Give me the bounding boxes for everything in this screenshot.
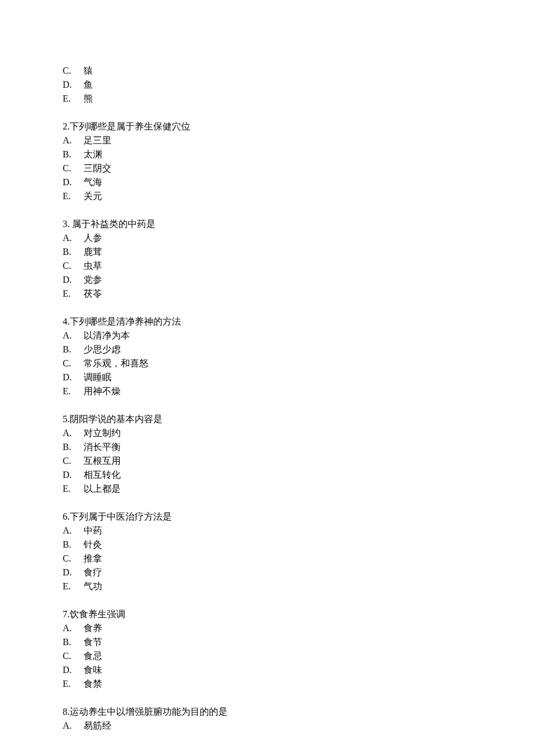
option-letter: D. (63, 78, 84, 92)
option-letter: A. (63, 231, 84, 245)
option-letter: A. (63, 329, 84, 343)
option-text: 消长平衡 (84, 440, 121, 454)
option-text: 食味 (84, 663, 102, 677)
option-row: D. 食味 (63, 663, 471, 677)
question-block: 2.下列哪些是属于养生保健穴位 A. 足三里 B. 太渊 C. 三阴交 D. 气… (63, 120, 471, 203)
question-block: 6.下列属于中医治疗方法是 A. 中药 B. 针灸 C. 推拿 D. 食疗 E.… (63, 510, 471, 593)
option-letter: E. (63, 92, 84, 106)
option-row: A. 对立制约 (63, 426, 471, 440)
option-letter: D. (63, 370, 84, 384)
question-text: 下列哪些是清净养神的方法 (70, 316, 181, 326)
option-letter: D. (63, 468, 84, 482)
option-letter: D. (63, 273, 84, 287)
option-row: D. 鱼 (63, 78, 471, 92)
question-block: 4.下列哪些是清净养神的方法 A. 以清净为本 B. 少思少虑 C. 常乐观，和… (63, 315, 471, 398)
option-letter: C. (63, 259, 84, 273)
option-letter: D. (63, 566, 84, 579)
option-row: C. 三阴交 (63, 161, 471, 175)
option-text: 用神不燥 (84, 384, 121, 398)
option-text: 互根互用 (84, 454, 121, 468)
option-row: D. 党参 (63, 273, 471, 287)
option-text: 针灸 (84, 538, 102, 552)
question-number: 2. (63, 121, 70, 131)
option-text: 茯苓 (84, 287, 102, 301)
question-text: 属于补益类的中药是 (70, 219, 156, 229)
question-number: 8. (63, 707, 70, 717)
option-row: D. 调睡眠 (63, 370, 471, 384)
question-number: 4. (63, 316, 70, 326)
option-text: 鹿茸 (84, 245, 102, 259)
option-row: E. 用神不燥 (63, 384, 471, 398)
question-block: 8.运动养生中以增强脏腑功能为目的的是 A. 易筋经 (63, 705, 471, 733)
option-text: 以清净为本 (84, 329, 130, 343)
option-row: C. 食忌 (63, 649, 471, 663)
option-text: 猿 (84, 64, 93, 78)
option-text: 气功 (84, 579, 102, 593)
option-letter: B. (63, 440, 84, 454)
option-row: D. 食疗 (63, 566, 471, 579)
option-row: A. 足三里 (63, 134, 471, 147)
option-row: B. 食节 (63, 635, 471, 649)
option-text: 相互转化 (84, 468, 121, 482)
option-text: 对立制约 (84, 426, 121, 440)
question-block: 3. 属于补益类的中药是 A. 人参 B. 鹿茸 C. 虫草 D. 党参 E. … (63, 217, 471, 301)
option-letter: B. (63, 343, 84, 357)
option-letter: D. (63, 663, 84, 677)
question-text: 下列哪些是属于养生保健穴位 (70, 121, 190, 131)
option-row: E. 关元 (63, 189, 471, 203)
option-row: B. 针灸 (63, 538, 471, 552)
option-row: B. 太渊 (63, 147, 471, 161)
option-letter: E. (63, 287, 84, 301)
option-row: E. 食禁 (63, 677, 471, 691)
option-text: 人参 (84, 231, 102, 245)
option-letter: E. (63, 482, 84, 496)
option-text: 熊 (84, 92, 93, 106)
question-text: 下列属于中医治疗方法是 (70, 512, 172, 521)
option-row: D. 气海 (63, 175, 471, 189)
question-number: 7. (63, 609, 70, 619)
option-row: C. 常乐观，和喜怒 (63, 357, 471, 370)
option-row: A. 人参 (63, 231, 471, 245)
question-text: 阴阳学说的基本内容是 (70, 414, 163, 424)
option-row: A. 食养 (63, 621, 471, 635)
question-block: 5.阴阳学说的基本内容是 A. 对立制约 B. 消长平衡 C. 互根互用 D. … (63, 412, 471, 496)
option-letter: E. (63, 189, 84, 203)
option-text: 鱼 (84, 78, 93, 92)
option-letter: A. (63, 426, 84, 440)
option-row: C. 虫草 (63, 259, 471, 273)
option-letter: C. (63, 649, 84, 663)
option-row: B. 消长平衡 (63, 440, 471, 454)
option-letter: D. (63, 175, 84, 189)
option-row: E. 以上都是 (63, 482, 471, 496)
question-number: 3. (63, 219, 70, 229)
question-stem: 8.运动养生中以增强脏腑功能为目的的是 (63, 705, 471, 719)
option-letter: C. (63, 161, 84, 175)
option-letter: C. (63, 64, 84, 78)
option-row: C. 推拿 (63, 552, 471, 566)
option-text: 三阴交 (84, 161, 111, 175)
option-row: A. 易筋经 (63, 719, 471, 733)
option-text: 关元 (84, 189, 102, 203)
option-row: E. 熊 (63, 92, 471, 106)
question-stem: 3. 属于补益类的中药是 (63, 217, 471, 231)
question-block: 7.饮食养生强调 A. 食养 B. 食节 C. 食忌 D. 食味 E. 食禁 (63, 607, 471, 691)
option-letter: B. (63, 245, 84, 259)
question-text: 运动养生中以增强脏腑功能为目的的是 (70, 707, 228, 717)
option-row: E. 气功 (63, 579, 471, 593)
option-row: D. 相互转化 (63, 468, 471, 482)
option-letter: B. (63, 538, 84, 552)
option-text: 虫草 (84, 259, 102, 273)
option-letter: A. (63, 621, 84, 635)
option-row: A. 以清净为本 (63, 329, 471, 343)
option-letter: B. (63, 635, 84, 649)
option-text: 推拿 (84, 552, 102, 566)
option-text: 食禁 (84, 677, 102, 691)
option-text: 少思少虑 (84, 343, 121, 357)
option-text: 常乐观，和喜怒 (84, 357, 149, 370)
option-letter: A. (63, 719, 84, 733)
option-row: B. 鹿茸 (63, 245, 471, 259)
option-letter: E. (63, 677, 84, 691)
option-letter: E. (63, 579, 84, 593)
option-letter: C. (63, 357, 84, 370)
option-row: C. 猿 (63, 64, 471, 78)
